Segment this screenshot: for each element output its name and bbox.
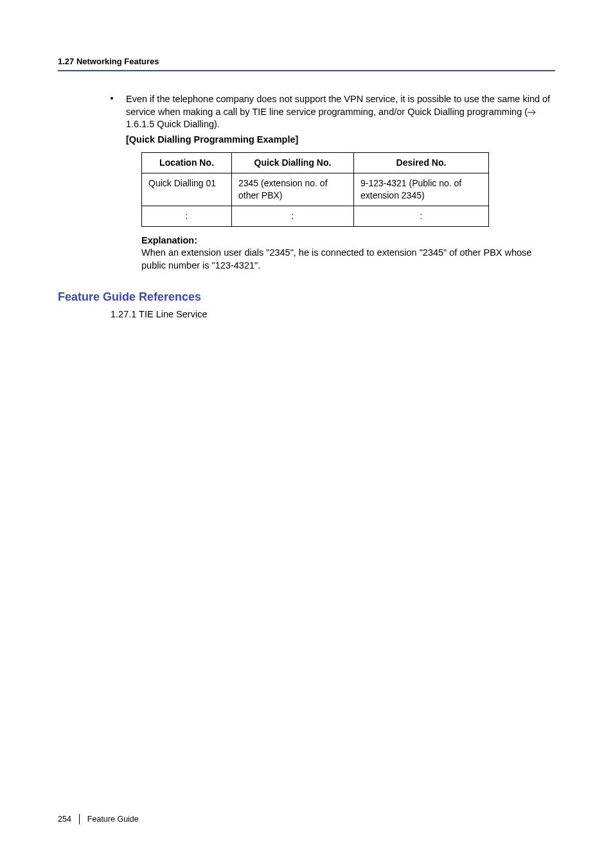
cell-quick: 2345 (extension no. of other PBX) — [232, 173, 354, 206]
cell-desired: 9-123-4321 (Public no. of extension 2345… — [354, 173, 489, 206]
bullet-item: Even if the telephone company does not s… — [111, 93, 555, 272]
header-rule — [58, 70, 555, 71]
table-header-row: Location No. Quick Dialling No. Desired … — [142, 153, 489, 173]
table-row: Quick Dialling 01 2345 (extension no. of… — [142, 173, 489, 206]
bullet-text-ref: 1.6.1.5 Quick Dialling). — [126, 119, 220, 129]
footer-divider-icon — [79, 814, 80, 824]
cell-desired: : — [354, 206, 489, 226]
footer-label: Feature Guide — [87, 815, 139, 824]
cell-location: Quick Dialling 01 — [142, 173, 232, 206]
table-row: : : : — [142, 206, 489, 226]
example-subhead: [Quick Dialling Programming Example] — [126, 134, 555, 146]
reference-item: 1.27.1 TIE Line Service — [111, 309, 555, 319]
page-number: 254 — [58, 815, 71, 824]
feature-guide-references-heading: Feature Guide References — [58, 290, 555, 304]
bullet-dot-icon — [111, 93, 114, 272]
arrow-right-icon — [528, 109, 538, 116]
page-footer: 254 Feature Guide — [58, 814, 139, 824]
running-head: 1.27 Networking Features — [58, 57, 555, 66]
cell-location: : — [142, 206, 232, 226]
quick-dialling-table: Location No. Quick Dialling No. Desired … — [141, 152, 489, 227]
cell-quick: : — [232, 206, 354, 226]
bullet-text-part1: Even if the telephone company does not s… — [126, 94, 550, 117]
th-desired: Desired No. — [354, 153, 489, 173]
explanation-heading: Explanation: — [141, 235, 555, 247]
explanation-body: When an extension user dials "2345", he … — [141, 247, 555, 272]
th-location: Location No. — [142, 153, 232, 173]
th-quick: Quick Dialling No. — [232, 153, 354, 173]
